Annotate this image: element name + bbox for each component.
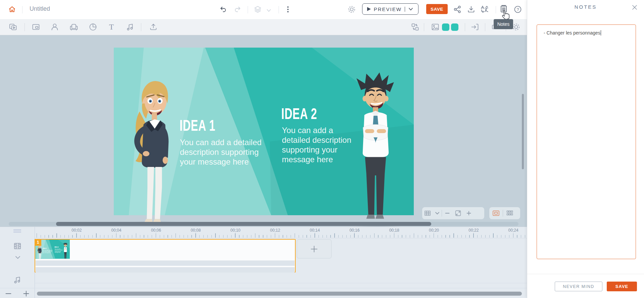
timeline-drag-handle[interactable] [13,229,21,233]
chevron-down-icon [408,6,413,12]
background-button[interactable] [32,22,40,31]
notes-save-button[interactable]: SAVE [607,282,637,291]
notes-panel-title: NOTES [527,4,644,10]
undo-button[interactable] [219,5,228,14]
ruler-label: 00;14 [306,228,323,233]
timeline-zoom-in-button[interactable] [22,289,31,298]
notes-textarea[interactable]: - Changer les personnages [537,24,636,259]
download-icon [467,5,476,14]
character-button[interactable] [50,22,59,31]
more-options-button[interactable] [284,5,292,14]
ruler-label: 00;12 [267,228,284,233]
character-woman[interactable] [130,78,179,227]
ruler-tall-ticks [37,233,527,238]
download-button[interactable] [467,5,476,14]
help-button[interactable]: ? [513,5,522,14]
layers-icon [253,5,262,14]
swap-scene-button[interactable] [411,22,419,31]
enter-icon [470,22,479,32]
canvas-vscrollbar[interactable] [522,94,524,169]
scene-image-button[interactable] [431,22,440,31]
color-swatch-2[interactable] [451,23,458,31]
home-button[interactable] [8,5,16,14]
filmstrip-icon [13,242,21,250]
document-title[interactable]: Untitled [30,5,50,12]
ruler-label: 00;16 [346,228,363,233]
grid-toggle-button[interactable] [422,207,433,219]
divider [496,6,496,13]
notes-close-button[interactable] [631,3,639,11]
zoom-out-button[interactable] [442,207,453,219]
close-icon [631,4,638,11]
home-icon [8,5,16,13]
layers-button[interactable] [253,5,262,14]
fit-screen-button[interactable] [453,207,463,219]
safe-area-icon [492,210,500,217]
notes-panel: NOTES - Changer les personnages NEVER MI… [527,0,644,298]
character-icon [50,22,59,32]
canvas-hscrollbar-thumb[interactable] [56,222,431,226]
divider [424,23,424,31]
music-icon [13,276,22,284]
ruler-label: 00;08 [187,228,204,233]
idea2-body[interactable]: You can add a detailed description suppo… [282,125,357,164]
share-button[interactable] [453,5,462,14]
idea2-title[interactable]: IDEA 2 [281,105,333,123]
settings-button[interactable] [347,5,356,14]
ruler-label: 00;18 [386,228,403,233]
translate-button[interactable] [480,5,489,14]
undo-icon [219,5,227,13]
storyboard-view-button[interactable] [503,207,516,219]
character-man[interactable] [355,72,396,227]
charts-button[interactable] [89,22,97,31]
grid-options-dropdown[interactable] [433,207,442,219]
video-library-icon [9,22,17,32]
preview-button[interactable]: PREVIEW [362,3,418,15]
color-swatch-1[interactable] [442,23,449,31]
app-window: Untitled PREVIEW SAVE [0,0,644,298]
audio-track-button[interactable] [13,276,22,284]
music-button[interactable] [126,22,135,31]
zoom-out-icon [445,211,450,216]
asset-toolbar: T [0,19,527,35]
svg-text:?: ? [516,7,519,12]
redo-button[interactable] [233,5,242,14]
zoom-in-icon [466,211,472,216]
ruler-label: 00;06 [148,228,164,233]
text-icon: T [107,22,116,32]
enter-exit-effects-button[interactable] [470,22,479,31]
timeline: 00;0200;0400;0600;0800;1000;1200;1400;16… [0,227,527,298]
chevron-down-icon [266,7,272,13]
timeline-zoom-out-button[interactable] [4,289,13,298]
scenes-collapse-button[interactable] [13,253,22,262]
never-mind-button[interactable]: NEVER MIND [555,282,602,291]
video-library-button[interactable] [9,22,17,31]
save-button[interactable]: SAVE [426,4,448,14]
divider [465,23,465,31]
scene-subtrack-row [36,260,295,266]
scenes-track-button[interactable] [13,242,22,250]
layers-dropdown[interactable] [264,6,273,15]
canvas-zoom-controls [422,207,484,219]
props-button[interactable] [69,22,78,31]
timeline-scene-block[interactable]: 1 IDEA 1 You can add a detailed descript… [35,239,296,273]
idea1-body[interactable]: You can add a detailed description suppo… [180,137,264,167]
ruler-label: 00;22 [465,228,482,233]
translate-icon [480,5,489,14]
text-caret [601,30,601,36]
timeline-scrollbar[interactable] [37,292,522,296]
idea1-title[interactable]: IDEA 1 [180,116,231,134]
scene-number-badge: 1 [35,239,41,246]
add-scene-button[interactable] [297,239,332,258]
grid-icon [424,210,431,217]
ruler-label: 00;20 [426,228,442,233]
image-icon [431,22,440,32]
text-button[interactable]: T [107,22,116,31]
safe-area-button[interactable] [489,207,503,219]
timeline-ruler[interactable]: 00;0200;0400;0600;0800;1000;1200;1400;16… [35,227,527,238]
zoom-in-button[interactable] [463,207,474,219]
scene-canvas[interactable]: IDEA 1 You can add a detailed descriptio… [114,48,414,215]
background-icon [32,22,40,32]
upload-button[interactable] [149,22,158,31]
divider [35,283,527,283]
